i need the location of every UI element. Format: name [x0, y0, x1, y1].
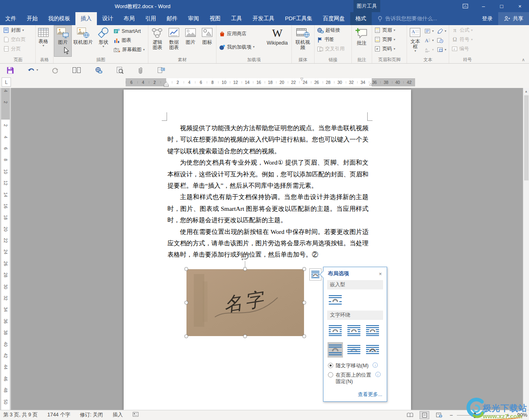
wikipedia-button[interactable]: W Wikipedia [264, 26, 291, 56]
ribbon-display-options-button[interactable] [456, 0, 474, 12]
picture-asset-button[interactable]: 图片 [182, 26, 199, 56]
macro-recording-button[interactable] [133, 412, 139, 418]
print-preview-button[interactable] [116, 66, 124, 74]
my-addins-button[interactable]: 我的加载项▾ [217, 43, 256, 52]
tell-me-box[interactable]: 告诉我您想要做什么... [377, 12, 437, 25]
resize-handle-se[interactable] [302, 334, 306, 338]
share-button[interactable]: 共享 [498, 12, 529, 25]
blank-page-button[interactable]: 空白页 [2, 35, 27, 44]
table-button[interactable]: 表格 ▾ [36, 26, 50, 56]
data-chart-button[interactable]: 数据图表 [166, 26, 182, 56]
signature-line-button[interactable]: A ▾ [423, 45, 435, 54]
ribbon-tab[interactable]: 审阅 [183, 12, 204, 25]
ribbon-tab[interactable]: 邮件 [161, 12, 183, 25]
collapse-ribbon-button[interactable]: ∧ [522, 57, 525, 62]
web-link-button[interactable] [94, 67, 103, 74]
wordart-button[interactable]: ▾ [435, 26, 448, 36]
header-button[interactable]: 页眉▾ [373, 26, 397, 35]
page-break-button[interactable]: 分页 [2, 44, 22, 54]
resize-handle-w[interactable] [184, 301, 188, 304]
wrap-in-front-option[interactable] [365, 342, 380, 358]
ribbon-tab[interactable]: 引用 [140, 12, 161, 25]
smartart-button[interactable]: SmartArt [112, 26, 142, 36]
store-button[interactable]: 应用商店 [217, 29, 248, 39]
resize-handle-s[interactable] [243, 334, 247, 338]
track-changes-status[interactable]: 修订: 关闭 [80, 411, 103, 418]
vertical-ruler[interactable]: 4224681012141618202224262830323436384042… [0, 88, 11, 410]
document-page[interactable]: 视频提供了功能强大的方法帮助您证明您的观点。当您单击联机视频时，可以在想要添加的… [124, 90, 411, 410]
word-count[interactable]: 1744 个字 [47, 411, 70, 418]
ribbon-tab[interactable]: 布局 [118, 12, 140, 25]
hyperlink-button[interactable]: 超链接 [315, 26, 342, 35]
two-page-view-button[interactable] [72, 67, 81, 73]
symbol-button[interactable]: Ω 符号▾ [450, 35, 474, 44]
ribbon-tab[interactable]: 视图 [204, 12, 226, 25]
print-layout-button[interactable] [420, 411, 429, 419]
fix-position-radio[interactable]: 在页面上的位置 固定(N) i [328, 372, 382, 385]
undo-button[interactable]: ▾ [28, 67, 38, 73]
tab-stop-selector[interactable]: L [2, 77, 11, 87]
panel-close-icon[interactable]: × [378, 271, 383, 277]
drop-cap-button[interactable]: A ▾ [423, 36, 435, 45]
wrap-behind-text-option[interactable] [346, 342, 362, 358]
resize-handle-n[interactable] [243, 267, 247, 271]
cover-page-button[interactable]: 封面▾ [2, 26, 26, 35]
see-more-link[interactable]: 查看更多... [358, 392, 382, 397]
horizontal-ruler[interactable]: 6422468101214161820222426283032343638404… [126, 78, 415, 86]
icon-asset-button[interactable]: 图标 [199, 26, 215, 56]
vertical-scrollbar[interactable]: ▲ [523, 88, 529, 410]
ribbon-tab[interactable]: 开始 [21, 12, 43, 25]
attachment-button[interactable] [137, 66, 143, 74]
zoom-out-button[interactable]: − [449, 412, 454, 418]
redo-button[interactable] [51, 67, 59, 74]
move-with-text-radio[interactable]: 随文字移动(M) i [328, 362, 382, 369]
sign-in-button[interactable]: 登录 [476, 15, 498, 22]
ribbon-tab[interactable]: PDF工具集 [280, 12, 318, 25]
logic-chart-button[interactable]: 逻辑图表 [149, 26, 166, 56]
page-number-button[interactable]: # 页码▾ [373, 44, 397, 54]
date-time-button[interactable] [435, 36, 445, 45]
wrap-through-option[interactable] [365, 323, 380, 338]
resize-handle-nw[interactable] [184, 267, 188, 271]
left-indent-marker[interactable] [164, 82, 169, 87]
object-button[interactable]: ▾ [435, 45, 448, 54]
bookmark-button[interactable]: 书签 [315, 35, 336, 44]
ribbon-tab[interactable]: 工具 [226, 12, 247, 25]
ribbon-tab[interactable]: 开发工具 [247, 12, 280, 25]
online-pictures-button[interactable]: 联机图片 [71, 26, 95, 56]
text-box-button[interactable]: A 文本框 ▾ [408, 26, 423, 56]
online-video-button[interactable]: 联机视频 [293, 26, 313, 56]
numbering-button[interactable]: # 编号 [450, 44, 471, 54]
minimize-button[interactable]: – [474, 0, 493, 12]
insert-picture-button[interactable]: 图片 [54, 26, 71, 56]
cross-reference-button[interactable]: 交叉引用 [315, 44, 346, 54]
ribbon-tab[interactable]: 格式 [350, 12, 372, 25]
wrap-inline-option[interactable] [328, 292, 343, 308]
scrollbar-thumb[interactable] [524, 95, 529, 180]
selected-image[interactable]: 名字 [186, 269, 304, 336]
right-indent-marker[interactable]: △ [369, 82, 372, 86]
ribbon-tab[interactable]: 设计 [97, 12, 118, 25]
ribbon-tab[interactable]: 我的模板 [43, 12, 75, 25]
wrap-top-bottom-option[interactable] [328, 342, 343, 358]
footer-button[interactable]: 页脚▾ [373, 35, 397, 44]
comment-button[interactable]: 批注 [353, 26, 371, 56]
chart-button[interactable]: 图表 [112, 36, 133, 45]
wrap-tight-option[interactable] [346, 323, 362, 338]
shapes-button[interactable]: 形状 ▾ [95, 26, 112, 56]
close-button[interactable]: × [511, 0, 529, 12]
web-layout-button[interactable] [434, 411, 444, 419]
quick-parts-button[interactable]: ▾ [423, 26, 435, 36]
page-indicator[interactable]: 第 3 页, 共 9 页 [3, 411, 38, 418]
page-forward-button[interactable] [157, 66, 165, 74]
equation-button[interactable]: π 公式▾ [450, 26, 474, 35]
insert-mode[interactable]: 插入 [113, 411, 123, 418]
wrap-square-option[interactable] [328, 323, 343, 338]
read-mode-button[interactable] [405, 411, 415, 419]
ribbon-tab[interactable]: 文件 [0, 12, 21, 25]
ribbon-tab[interactable]: 插入 [75, 12, 97, 25]
save-button[interactable] [6, 66, 14, 74]
resize-handle-e[interactable] [302, 301, 306, 304]
scroll-up-icon[interactable]: ▲ [523, 88, 529, 93]
maximize-button[interactable]: □ [493, 0, 511, 12]
